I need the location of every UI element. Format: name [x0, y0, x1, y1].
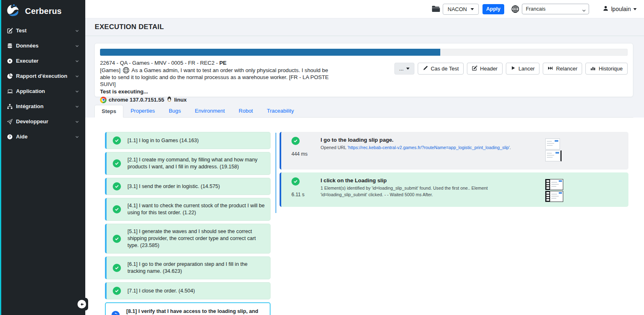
step-label: [2.1] I create my command, by filling wh…: [127, 156, 265, 170]
check-circle-icon: [113, 182, 121, 190]
step-label: [1.1] I log in to Games (14.163): [127, 137, 199, 144]
diagram-icon: [7, 103, 13, 110]
workspace-value: NACON: [448, 6, 467, 12]
sidebar-item-donnees[interactable]: Données: [1, 38, 85, 53]
sidebar-item-developpeur[interactable]: Developpeur: [1, 114, 85, 129]
cerberus-logo-icon: [5, 2, 21, 20]
step-card-6[interactable]: [6.1] I go to the order preparation step…: [105, 256, 271, 279]
step-label: [8.1] I verify that I have access to the…: [126, 308, 265, 315]
rerun-button[interactable]: Relancer: [543, 63, 582, 75]
step-label: [4.1] I want to check the current stock …: [127, 202, 265, 216]
sync-running-icon: [112, 311, 120, 315]
linux-penguin-icon: [166, 96, 172, 104]
pencil-square-icon: [472, 66, 477, 72]
chevron-down-icon: [75, 104, 79, 109]
action-title: I go to the loading slip page.: [321, 137, 545, 143]
caret-down-icon: [406, 68, 410, 70]
sidebar-item-label: Données: [16, 43, 75, 49]
folder-icon: [432, 5, 440, 13]
sidebar-item-label: Intégration: [16, 103, 75, 109]
opened-url-link[interactable]: 'https://rec.kebab-central-v2.games.fr/?…: [348, 145, 510, 150]
sidebar-item-label: Executer: [16, 58, 75, 64]
database-icon: [7, 43, 13, 49]
sidebar-item-application[interactable]: Application: [1, 84, 85, 99]
test-case-button[interactable]: Cas de Test: [418, 63, 464, 75]
action-card-2[interactable]: 6.11 s I click on the Loading slip 1 Ele…: [280, 172, 628, 207]
pie-chart-icon: [7, 73, 13, 79]
pencil-square-icon: [7, 27, 13, 34]
step-card-5[interactable]: [5.1] I generate the waves and I should …: [105, 224, 271, 254]
tab-bugs[interactable]: Bugs: [162, 105, 188, 117]
chrome-icon: [100, 97, 107, 103]
bar-chart-icon: [590, 66, 596, 72]
execution-actions: ... Cas de Test Header Lancer: [394, 59, 628, 104]
sidebar-item-label: Aide: [16, 134, 75, 140]
progress-fill: [100, 49, 440, 56]
sidebar-item-rapport[interactable]: Rapport d'éxecution: [1, 68, 85, 84]
step-card-1[interactable]: [1.1] I log in to Games (14.163): [105, 132, 271, 149]
tab-properties[interactable]: Properties: [123, 105, 162, 117]
topbar: NACON Apply Francais lpoulain: [85, 0, 644, 18]
chevron-down-icon: [75, 120, 79, 124]
os-name: linux: [174, 96, 187, 103]
step-card-4[interactable]: [4.1] I want to check the current stock …: [105, 198, 271, 221]
play-circle-icon: [7, 58, 13, 64]
step-label: [3.1] I send the order in logistic. (14.…: [127, 183, 220, 190]
content: EXECUTION DETAIL 22674 - QA - Games - MN…: [85, 18, 644, 315]
step-label: [5.1] I generate the waves and I should …: [127, 228, 265, 249]
tab-environment[interactable]: Environment: [188, 105, 232, 117]
check-circle-icon: [291, 177, 300, 186]
check-circle-icon: [113, 136, 121, 145]
browser-version: chrome 137.0.7151.55: [109, 96, 164, 103]
step-card-2[interactable]: [2.1] I create my command, by filling wh…: [105, 152, 271, 175]
action-list: 444 ms I go to the loading slip page. Op…: [280, 132, 628, 315]
chevron-down-icon: [75, 44, 79, 48]
action-detail: Opened URL 'https://rec.kebab-central-v2…: [321, 145, 530, 151]
user-menu[interactable]: lpoulain: [603, 5, 637, 13]
workspace-dropdown[interactable]: NACON: [443, 4, 479, 15]
brand-name: Cerberus: [25, 7, 61, 16]
step-card-3[interactable]: [3.1] I send the order in logistic. (14.…: [105, 178, 271, 195]
main-area: NACON Apply Francais lpoulain EXECUTION …: [85, 0, 644, 315]
execution-summary-card: 22674 - QA - Games - MNV - 0005 - FR - R…: [94, 43, 633, 97]
filmstrip-thumbnail[interactable]: [545, 179, 563, 190]
sidebar-item-aide[interactable]: ? Aide: [1, 129, 85, 144]
history-button[interactable]: Historique: [585, 63, 628, 75]
language-select-wrap: Francais: [522, 4, 589, 14]
tab-steps[interactable]: Steps: [94, 105, 123, 118]
chevron-down-icon: [75, 135, 79, 139]
progress-bar: [100, 49, 628, 56]
header-button[interactable]: Header: [467, 63, 503, 75]
filmstrip-thumbnail[interactable]: [545, 191, 563, 202]
brand[interactable]: Cerberus: [1, 0, 85, 23]
column-separator: [275, 133, 276, 213]
action-screenshots: [545, 177, 624, 202]
globe-sketch-icon: [123, 67, 130, 74]
sidebar-collapse-button[interactable]: [73, 298, 88, 310]
execution-description: [Games]As a Games admin, I want to test …: [100, 67, 329, 88]
screenshot-thumbnail[interactable]: [545, 150, 562, 161]
page-title: EXECUTION DETAIL: [85, 18, 644, 36]
action-screenshots: [545, 137, 624, 165]
sidebar-item-test[interactable]: Test: [1, 23, 85, 38]
sidebar-item-integration[interactable]: Intégration: [1, 99, 85, 114]
tab-robot[interactable]: Robot: [232, 105, 260, 117]
step-card-7[interactable]: [7.1] I close the order. (4.504): [105, 282, 271, 299]
action-card-1[interactable]: 444 ms I go to the loading slip page. Op…: [280, 132, 628, 170]
action-title: I click on the Loading slip: [321, 177, 545, 184]
status-badge: PE: [219, 60, 227, 66]
step-label: [7.1] I close the order. (4.504): [127, 288, 195, 295]
more-actions-button[interactable]: ...: [394, 63, 414, 75]
screenshot-thumbnail[interactable]: [545, 138, 560, 150]
action-detail: 1 Element(s) identified by 'id=loading_s…: [321, 185, 530, 198]
run-button[interactable]: Lancer: [506, 63, 540, 75]
chevron-down-icon: [75, 29, 79, 33]
sidebar-item-label: Developpeur: [16, 118, 75, 125]
language-select[interactable]: Francais: [522, 4, 589, 14]
tab-traceability[interactable]: Traceability: [260, 105, 301, 117]
sidebar-item-executer[interactable]: Executer: [1, 53, 85, 68]
person-icon: [603, 5, 609, 13]
sidebar-item-label: Test: [16, 27, 75, 34]
apply-button[interactable]: Apply: [482, 4, 504, 14]
step-card-8[interactable]: [8.1] I verify that I have access to the…: [105, 302, 271, 315]
